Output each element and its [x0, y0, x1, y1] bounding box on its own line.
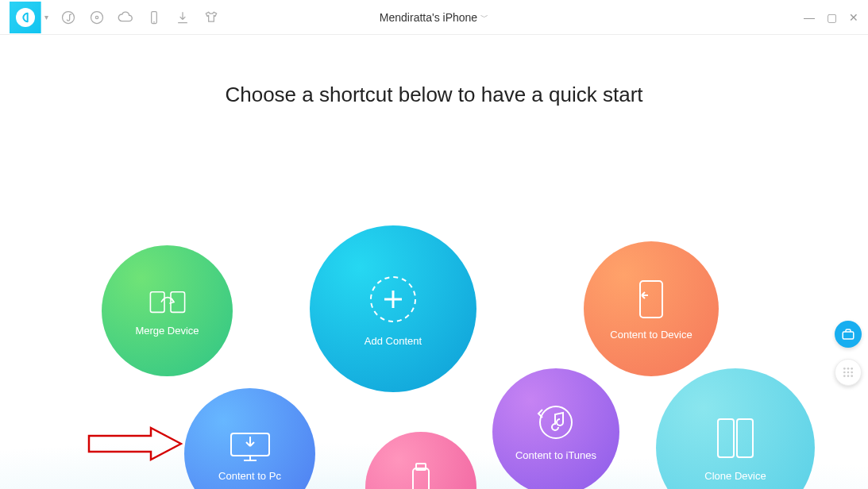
- merge-device-icon: [149, 285, 187, 317]
- cloud-icon[interactable]: [117, 9, 134, 26]
- device-selector[interactable]: Mendiratta's iPhone ﹀: [380, 11, 488, 24]
- shortcut-label: Merge Device: [135, 325, 199, 337]
- add-content-icon: [365, 271, 421, 327]
- close-button[interactable]: ✕: [847, 11, 860, 24]
- svg-point-21: [847, 368, 850, 370]
- svg-rect-17: [718, 419, 734, 457]
- svg-point-20: [843, 368, 846, 370]
- grid-icon: [842, 366, 854, 379]
- toolbar-icon-group: [60, 9, 220, 26]
- music-icon[interactable]: [60, 9, 77, 26]
- main-area: Choose a shortcut below to have a quick …: [0, 83, 868, 489]
- disc-icon[interactable]: [88, 9, 106, 26]
- svg-point-1: [91, 11, 103, 23]
- svg-rect-18: [737, 419, 753, 457]
- svg-point-25: [851, 372, 853, 374]
- fast-drive-icon: [410, 460, 432, 490]
- window-controls: — ▢ ✕: [803, 11, 860, 24]
- chevron-down-icon: ﹀: [480, 12, 488, 23]
- shortcut-content-to-itunes[interactable]: Content to iTunes: [492, 368, 619, 489]
- svg-rect-14: [413, 468, 429, 490]
- device-name-label: Mendiratta's iPhone: [380, 11, 477, 24]
- app-logo[interactable]: [10, 2, 41, 33]
- shortcut-add-content[interactable]: Add Content: [310, 225, 476, 392]
- shortcut-merge-device[interactable]: Merge Device: [102, 245, 233, 376]
- svg-point-23: [843, 372, 846, 374]
- tshirt-icon[interactable]: [203, 9, 220, 26]
- svg-point-24: [847, 372, 850, 374]
- svg-rect-5: [150, 292, 164, 313]
- shortcut-clone-device[interactable]: Clone Device: [656, 368, 815, 489]
- svg-point-28: [851, 375, 853, 377]
- svg-point-27: [847, 375, 850, 377]
- svg-point-22: [851, 368, 853, 370]
- app-dropdown-chevron[interactable]: ▾: [41, 13, 53, 21]
- shortcut-content-to-device[interactable]: Content to Device: [584, 241, 719, 376]
- toolbox-icon: [841, 327, 855, 341]
- svg-rect-19: [843, 332, 854, 339]
- side-nav: [835, 321, 862, 386]
- svg-point-26: [843, 375, 846, 377]
- svg-rect-10: [640, 281, 662, 318]
- titlebar: ▾ Mendiratta's iPhone ﹀ — ▢ ✕: [0, 0, 868, 35]
- shortcut-label: Content to iTunes: [515, 449, 596, 461]
- clone-device-icon: [713, 414, 758, 462]
- side-nav-toolbox[interactable]: [835, 321, 862, 348]
- content-to-pc-icon: [226, 425, 274, 462]
- content-to-device-icon: [634, 278, 669, 321]
- maximize-button[interactable]: ▢: [825, 11, 838, 24]
- download-icon[interactable]: [174, 9, 191, 26]
- svg-point-2: [95, 16, 98, 18]
- shortcut-label: Add Content: [365, 335, 422, 347]
- app-logo-glyph: [16, 8, 35, 27]
- page-headline: Choose a shortcut below to have a quick …: [0, 83, 868, 107]
- minimize-button[interactable]: —: [803, 11, 816, 24]
- side-nav-grid[interactable]: [835, 359, 862, 386]
- phone-icon[interactable]: [145, 9, 163, 26]
- content-to-itunes-icon: [534, 403, 577, 441]
- shortcut-label: Content to Device: [610, 329, 692, 341]
- shortcut-fast-drive[interactable]: Fast Drive: [365, 432, 476, 489]
- svg-point-0: [63, 11, 75, 23]
- shortcut-label: Content to Pc: [218, 470, 281, 482]
- shortcut-label: Clone Device: [704, 470, 766, 482]
- shortcut-content-to-pc[interactable]: Content to Pc: [184, 388, 315, 489]
- annotation-arrow: [87, 424, 183, 464]
